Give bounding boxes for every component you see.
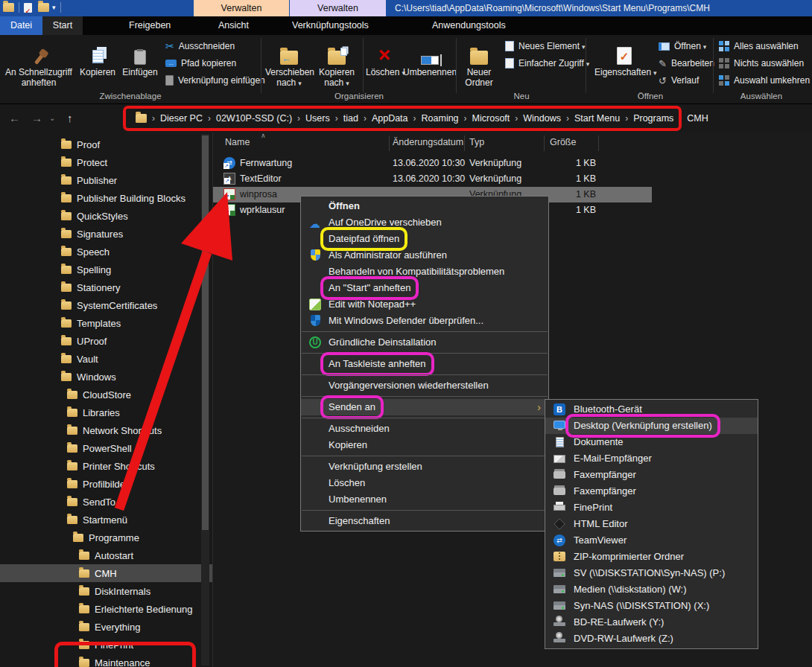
column-header-date[interactable]: Änderungsdatum	[393, 137, 463, 147]
easy-access-button[interactable]: Einfacher Zugriff	[505, 56, 589, 71]
copy-path-button[interactable]: ... Pfad kopieren	[165, 56, 236, 71]
sidebar-item[interactable]: Autostart	[0, 546, 212, 564]
copy-button[interactable]: Kopieren	[76, 39, 119, 77]
sidebar-item[interactable]: Templates	[0, 314, 212, 332]
context-menu-item[interactable]: Ausschneiden ›	[301, 421, 548, 437]
pin-to-quick-access-button[interactable]: An Schnellzugriff anheften	[3, 39, 74, 88]
breadcrumb-segment[interactable]: Programs ›	[633, 113, 682, 124]
send-to-menu-item[interactable]: Bluetooth-Gerät ›	[545, 401, 758, 418]
properties-button[interactable]: Eigenschaften	[594, 39, 654, 78]
sidebar-item[interactable]: Network Shortcuts	[0, 421, 212, 439]
sidebar-item[interactable]: UProof	[0, 332, 212, 350]
back-icon[interactable]: ←	[9, 104, 20, 133]
sidebar-item[interactable]: Libraries	[0, 403, 212, 421]
properties-icon[interactable]	[24, 3, 32, 13]
context-menu-item[interactable]: Behandeln von Kompatibilitätsproblemen ›	[301, 264, 548, 280]
paste-shortcut-button[interactable]: Verknüpfung einfügen	[165, 73, 265, 88]
edit-button[interactable]: ✎ Bearbeiten	[659, 56, 714, 71]
breadcrumb-segment[interactable]: Roaming ›	[422, 113, 467, 124]
sidebar-item[interactable]: Erleichterte Bedienung	[0, 600, 212, 618]
sidebar-item[interactable]: SendTo	[0, 493, 212, 511]
tree-scrollbar[interactable]	[201, 134, 209, 666]
send-to-menu-item[interactable]: FinePrint ›	[545, 500, 758, 516]
sidebar-item[interactable]: Vault	[0, 350, 212, 368]
sidebar-item[interactable]: Stationery	[0, 278, 212, 296]
tab-start[interactable]: Start	[42, 16, 83, 35]
send-to-menu-item[interactable]: DVD-RW-Laufwerk (Z:) ›	[545, 631, 758, 647]
tab-datei[interactable]: Datei	[0, 16, 42, 35]
new-item-button[interactable]: Neues Element	[505, 39, 586, 54]
tab-freigeben[interactable]: Freigeben	[129, 16, 171, 35]
sidebar-item[interactable]: QuickStyles	[0, 207, 212, 225]
table-row[interactable]: TextEditor 13.06.2020 10:30 Verknüpfung …	[213, 171, 652, 187]
context-menu-item[interactable]: Verknüpfung erstellen ›	[301, 459, 548, 475]
context-menu-item[interactable]: Eigenschaften ›	[301, 513, 548, 529]
send-to-menu-item[interactable]: HTML Editor ›	[545, 516, 758, 532]
send-to-menu-item[interactable]: E-Mail-Empfänger ›	[545, 450, 758, 467]
context-menu-item[interactable]: Kopieren ›	[301, 437, 548, 453]
column-header-size[interactable]: Größe	[550, 137, 576, 147]
context-menu-item[interactable]: Löschen ›	[301, 475, 548, 491]
breadcrumb-segment[interactable]: CMH ›	[687, 113, 708, 124]
sidebar-item[interactable]: Windows	[0, 368, 212, 386]
delete-button[interactable]: × Löschen	[366, 39, 403, 78]
context-menu-item[interactable]: Vorgängerversionen wiederherstellen ›	[301, 377, 548, 394]
context-tab-anwendungstools[interactable]: Verwalten	[290, 0, 386, 16]
tab-anwendungstools[interactable]: Anwendungstools	[432, 16, 506, 35]
breadcrumb-segment[interactable]: Start Menu ›	[574, 113, 628, 124]
select-none-button[interactable]: Nichts auswählen	[719, 56, 804, 71]
breadcrumb-segment[interactable]: Windows ›	[523, 113, 569, 124]
sidebar-item[interactable]: Programme	[0, 529, 212, 546]
context-menu-item[interactable]: Auf OneDrive verschieben ›	[301, 214, 548, 231]
new-folder-icon[interactable]	[38, 3, 49, 12]
sidebar-item[interactable]: Spelling	[0, 261, 212, 278]
up-icon[interactable]: ↑	[67, 104, 73, 133]
breadcrumb-segment[interactable]: 02W10P-SSD (C:) ›	[216, 113, 300, 124]
sidebar-item[interactable]: Profilbilder	[0, 475, 212, 493]
context-menu-item[interactable]: Senden an ›	[301, 399, 548, 415]
open-button[interactable]: Öffnen	[659, 39, 706, 54]
sidebar-item[interactable]: Speech	[0, 243, 212, 261]
send-to-menu-item[interactable]: Faxempfänger ›	[545, 483, 758, 500]
context-menu-item[interactable]: Gründliche Deinstallation ›	[301, 334, 548, 351]
sidebar-item[interactable]: FinePrint	[0, 636, 212, 654]
context-menu-item[interactable]: Öffnen ›	[301, 198, 548, 214]
new-folder-button[interactable]: Neuer Ordner	[459, 39, 499, 88]
tab-ansicht[interactable]: Ansicht	[218, 16, 249, 35]
tab-verknuepfungstools[interactable]: Verknüpfungstools	[292, 16, 369, 35]
table-row[interactable]: Fernwartung 13.06.2020 10:30 Verknüpfung…	[213, 156, 652, 171]
column-header-type[interactable]: Typ	[469, 137, 484, 147]
context-menu-item[interactable]: Umbenennen ›	[301, 491, 548, 508]
history-button[interactable]: ↺ Verlauf	[659, 73, 699, 88]
sidebar-item[interactable]: Maintenance	[0, 654, 212, 667]
invert-selection-button[interactable]: Auswahl umkehren	[719, 73, 810, 88]
forward-icon[interactable]: →	[31, 104, 42, 133]
column-divider[interactable]	[598, 135, 599, 151]
sidebar-item[interactable]: Proof	[0, 135, 212, 153]
rename-button[interactable]: Umbenennen	[403, 39, 457, 77]
sidebar-item[interactable]: CloudStore	[0, 386, 212, 403]
context-menu-item[interactable]: An "Start" anheften ›	[301, 280, 548, 296]
paste-button[interactable]: Einfügen	[119, 39, 161, 77]
cut-button[interactable]: ✂ Ausschneiden	[165, 39, 235, 54]
sidebar-item[interactable]: Startmenü	[0, 511, 212, 529]
sidebar-item[interactable]: DiskInternals	[0, 582, 212, 600]
send-to-menu-item[interactable]: Desktop (Verknüpfung erstellen) ›	[545, 418, 758, 434]
context-menu-item[interactable]: Dateipfad öffnen ›	[301, 231, 548, 247]
customize-toolbar-caret-icon[interactable]: ▾	[52, 4, 56, 11]
column-header-name[interactable]: Name	[225, 137, 250, 147]
send-to-menu-item[interactable]: Medien (\\diskstation) (W:) ›	[545, 581, 758, 598]
send-to-menu-item[interactable]: TeamViewer ›	[545, 532, 758, 549]
sidebar-item[interactable]: Publisher	[0, 171, 212, 189]
breadcrumb-segment[interactable]: AppData ›	[372, 113, 416, 124]
select-all-button[interactable]: Alles auswählen	[719, 39, 799, 54]
breadcrumb-segment[interactable]: Dieser PC ›	[160, 113, 211, 124]
breadcrumb-segment[interactable]: Microsoft ›	[472, 113, 518, 124]
sidebar-item[interactable]: PowerShell	[0, 439, 212, 457]
send-to-menu-item[interactable]: Syn-NAS (\\DISKSTATION) (X:) ›	[545, 598, 758, 614]
sidebar-item[interactable]: Publisher Building Blocks	[0, 189, 212, 207]
breadcrumb-segment[interactable]: Users ›	[305, 113, 338, 124]
sidebar-item[interactable]: Printer Shortcuts	[0, 457, 212, 475]
copy-to-button[interactable]: Kopieren nach	[314, 39, 359, 89]
send-to-menu-item[interactable]: SV (\\DISKSTATION\Syn-NAS) (P:) ›	[545, 565, 758, 581]
